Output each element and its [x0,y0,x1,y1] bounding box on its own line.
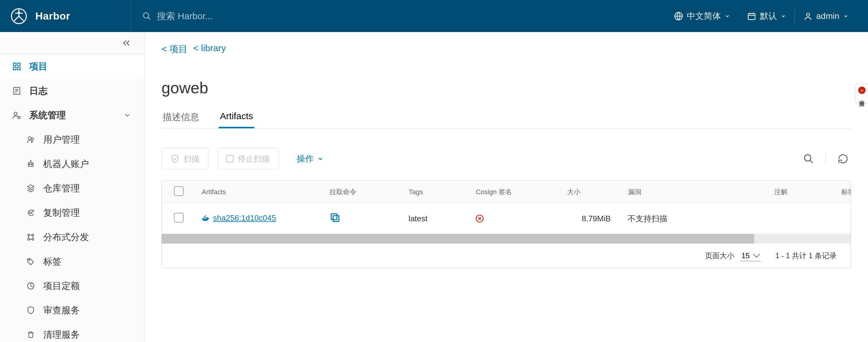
copy-pull-cmd-icon[interactable] [329,212,341,223]
svg-point-1 [18,11,20,13]
svg-rect-12 [13,67,16,70]
svg-point-18 [14,112,17,115]
collapse-sidebar-icon[interactable] [121,37,132,49]
interrogation-icon [25,305,36,316]
language-switch[interactable]: 中文简体 [665,0,739,32]
svg-point-27 [29,212,32,214]
stop-scan-button[interactable]: 停止扫描 [217,148,278,169]
sidebar-item-label: 项目定额 [43,280,80,292]
svg-point-36 [29,259,30,261]
svg-point-20 [28,137,31,140]
svg-line-40 [810,160,813,163]
replication-icon [25,207,36,219]
sidebar-item-tag[interactable]: 标签 [0,249,144,274]
chevron-down-icon [123,111,131,119]
page-summary: 1 - 1 共计 1 条记录 [775,251,837,261]
actions-label: 操作 [297,153,314,165]
col-annotations[interactable]: 注解 [768,188,835,197]
chevron-down-icon [724,13,730,19]
sidebar-item-projects[interactable]: 项目 [0,54,144,79]
sidebar-item-label: 分布式分发 [43,231,89,244]
svg-rect-10 [13,63,16,66]
breadcrumb-library[interactable]: < library [193,43,226,55]
cell-size: 8.79MiB [561,214,622,223]
svg-point-30 [28,238,30,240]
refresh-icon[interactable] [835,151,851,167]
filter-search-icon[interactable] [801,151,816,167]
user-menu[interactable]: admin [795,0,857,32]
sidebar-item-interrogation[interactable]: 审查服务 [0,298,144,322]
svg-point-28 [28,234,30,236]
globe-icon [674,11,683,21]
search-input[interactable] [156,11,339,22]
tag-icon [25,256,36,267]
sidebar-item-logs[interactable]: 日志 [0,79,144,103]
svg-point-39 [805,155,811,161]
svg-rect-42 [331,214,337,220]
breadcrumb-projects[interactable]: < 项目 [161,43,188,55]
update-badge-icon: ∞ [858,87,866,94]
svg-rect-13 [18,67,21,70]
sidebar-item-quota[interactable]: 项目定额 [0,274,144,298]
cell-tags: latest [402,214,469,223]
horizontal-scrollbar[interactable] [162,234,850,244]
update-flyout-tab[interactable]: ∞ 将中共即 [855,84,868,103]
harbor-logo-icon [11,8,27,24]
svg-point-21 [31,138,33,140]
sidebar-item-replication[interactable]: 复制管理 [0,201,144,225]
scan-button[interactable]: 扫描 [161,148,208,169]
page-size-label: 页面大小 [705,251,734,261]
stop-scan-button-label: 停止扫描 [238,153,270,164]
breadcrumb: < 项目 < library [161,43,851,55]
sidebar-item-robot[interactable]: 机器人账户 [0,152,144,176]
svg-rect-11 [18,63,21,66]
svg-point-24 [31,164,33,165]
update-flyout-text: 将中共即 [859,96,865,98]
col-size[interactable]: 大小 [561,188,622,197]
select-all-checkbox[interactable] [174,186,184,196]
col-labels[interactable]: 标签 [835,188,851,197]
distribution-icon [25,231,36,243]
user-icon [803,11,812,21]
language-label: 中文简体 [687,10,721,22]
sidebar-item-admin[interactable]: 系统管理 [0,103,144,127]
theme-label: 默认 [760,10,777,22]
sidebar-item-label: 用户管理 [43,134,80,146]
user-label: admin [816,11,839,21]
admin-icon [11,109,23,121]
checkbox-icon [226,155,234,163]
sidebar-item-label: 机器人账户 [43,158,89,170]
docker-icon [201,214,209,222]
tab-info[interactable]: 描述信息 [161,111,200,128]
sidebar-item-distribution[interactable]: 分布式分发 [0,225,144,249]
sidebar-item-label: 复制管理 [43,207,80,219]
sidebar-item-registry[interactable]: 仓库管理 [0,176,144,201]
row-checkbox[interactable] [174,213,184,223]
svg-point-29 [32,234,34,236]
col-pull-cmd[interactable]: 拉取命令 [323,188,402,197]
page-title: goweb [161,79,851,97]
registry-icon [25,182,36,194]
tab-artifacts[interactable]: Artifacts [219,111,254,128]
col-vulns[interactable]: 漏洞 [622,188,768,197]
actions-dropdown[interactable]: 操作 [297,153,323,165]
users-icon [25,134,36,145]
brand-name: Harbor [35,10,70,22]
sidebar-item-gc[interactable]: 清理服务 [0,322,144,342]
page-size-select[interactable]: 15 [740,250,761,261]
sidebar-item-label: 项目 [29,60,48,73]
sidebar-item-users[interactable]: 用户管理 [0,127,144,152]
cosign-unsigned-icon [475,214,561,223]
search-icon [142,11,151,21]
sidebar-item-label: 仓库管理 [43,182,80,195]
artifact-digest-link[interactable]: sha256:1d10c045 [201,213,276,223]
col-artifacts[interactable]: Artifacts [195,188,323,196]
chevron-down-icon [843,13,848,19]
logs-icon [11,85,23,96]
svg-point-2 [144,12,149,18]
svg-point-31 [32,238,34,240]
col-tags[interactable]: Tags [402,188,469,196]
col-cosign[interactable]: Cosign 签名 [469,188,561,197]
theme-switch[interactable]: 默认 [739,0,795,32]
robot-icon [25,158,36,170]
